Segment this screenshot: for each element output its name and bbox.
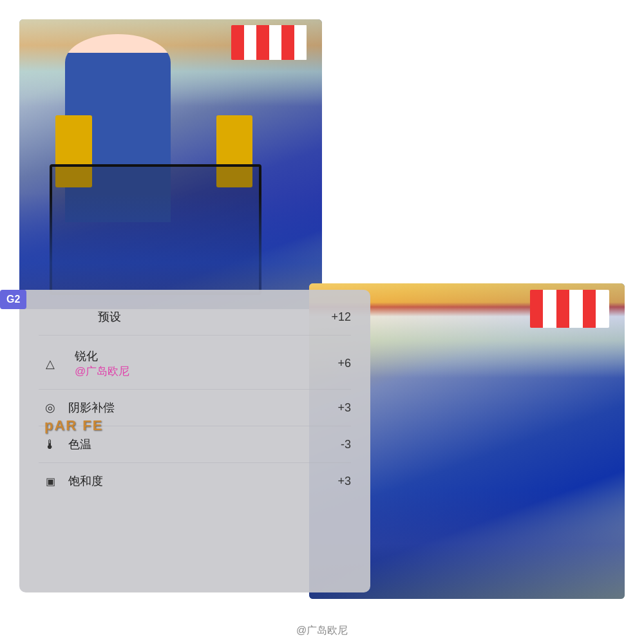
shadow-icon: ◎	[39, 401, 62, 415]
watermark: @广岛欧尼	[296, 624, 348, 638]
sharpen-icon: △	[39, 357, 62, 371]
saturation-label: 饱和度	[68, 473, 325, 489]
temperature-label: 色温	[68, 437, 325, 452]
shadow-label: 阴影补偿	[68, 400, 325, 415]
awning-top-left	[231, 25, 307, 60]
temperature-icon: 🌡	[39, 437, 62, 452]
preset-row: 预设 +12	[39, 303, 351, 336]
preset-value: +12	[331, 310, 351, 324]
settings-panel: 预设 +12 △ 锐化 @广岛欧尼 +6 ◎ 阴影补偿 +3 🌡 色温 -3 ▣	[19, 290, 370, 592]
g2-badge: G2	[0, 290, 26, 309]
cart-basket-top	[50, 164, 261, 295]
saturation-icon: ▣	[39, 475, 62, 488]
page-container: G2 预设 +12 △ 锐化 @广岛欧尼 +6 ◎ 阴影补偿 +3 🌡 色温	[0, 0, 644, 644]
preset-label: 预设	[98, 309, 331, 325]
sharpen-value: +6	[325, 357, 351, 370]
sharpen-label: 锐化	[75, 348, 325, 364]
saturation-row: ▣ 饱和度 +3	[39, 463, 351, 499]
sharpen-row: △ 锐化 @广岛欧尼 +6	[39, 338, 351, 390]
shadow-row: ◎ 阴影补偿 +3	[39, 390, 351, 426]
awning-bottom-right	[530, 290, 609, 328]
temperature-row: 🌡 色温 -3	[39, 426, 351, 463]
saturation-value: +3	[325, 475, 351, 488]
temperature-value: -3	[325, 438, 351, 451]
photo-top-left	[19, 19, 322, 309]
sharpen-sublabel: @广岛欧尼	[75, 364, 325, 379]
shadow-value: +3	[325, 401, 351, 415]
